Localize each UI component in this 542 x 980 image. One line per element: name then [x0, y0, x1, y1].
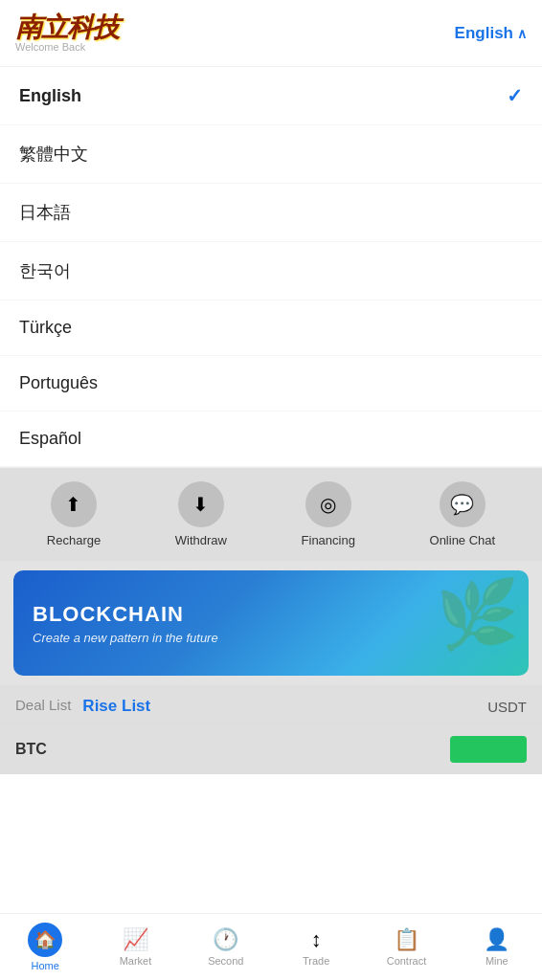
- welcome-text: Welcome Back: [15, 41, 119, 53]
- lang-option-turkish[interactable]: Türkçe: [0, 301, 542, 356]
- header: 南立科技 Welcome Back English ∧: [0, 0, 542, 67]
- tab-deal-list[interactable]: Deal List: [15, 697, 71, 716]
- financing-label: Financing: [302, 533, 355, 547]
- financing-icon: ◎: [305, 481, 351, 527]
- withdraw-action[interactable]: ⬇ Withdraw: [175, 481, 227, 547]
- nav-mine[interactable]: 👤 Mine: [452, 927, 542, 967]
- nav-second[interactable]: 🕐 Second: [181, 927, 271, 967]
- market-icon: 📈: [123, 927, 148, 952]
- financing-action[interactable]: ◎ Financing: [302, 481, 355, 547]
- lang-option-label: 繁體中文: [19, 143, 88, 166]
- logo-area: 南立科技 Welcome Back: [15, 14, 119, 53]
- nav-market[interactable]: 📈 Market: [90, 927, 180, 967]
- recharge-icon: ⬆: [51, 481, 97, 527]
- nav-market-label: Market: [120, 955, 152, 967]
- online-chat-label: Online Chat: [430, 533, 496, 547]
- quick-actions-bar: ⬆ Recharge ⬇ Withdraw ◎ Financing 💬 Onli…: [0, 468, 542, 561]
- lang-option-spanish[interactable]: Español: [0, 412, 542, 467]
- background-content: ⬆ Recharge ⬇ Withdraw ◎ Financing 💬 Onli…: [0, 468, 542, 774]
- recharge-action[interactable]: ⬆ Recharge: [47, 481, 101, 547]
- btc-price-bar: [450, 736, 527, 763]
- btc-row[interactable]: BTC: [0, 724, 542, 774]
- nav-trade-label: Trade: [303, 955, 329, 967]
- withdraw-icon: ⬇: [178, 481, 224, 527]
- lang-option-label: 日本語: [19, 201, 71, 224]
- tab-rise-list[interactable]: Rise List: [82, 697, 150, 716]
- checkmark-icon: ✓: [507, 84, 523, 107]
- lang-option-label: English: [19, 86, 81, 106]
- btc-label: BTC: [15, 741, 450, 758]
- trade-icon: ↕: [311, 927, 322, 952]
- home-icon: 🏠: [28, 923, 62, 957]
- contract-icon: 📋: [394, 927, 419, 952]
- chat-icon: 💬: [440, 481, 486, 527]
- recharge-label: Recharge: [47, 533, 101, 547]
- nav-contract[interactable]: 📋 Contract: [361, 927, 451, 967]
- bottom-navigation: 🏠 Home 📈 Market 🕐 Second ↕ Trade 📋 Contr…: [0, 913, 542, 980]
- nav-home-label: Home: [31, 960, 58, 971]
- language-selector-button[interactable]: English ∧: [455, 24, 527, 43]
- second-icon: 🕐: [213, 927, 238, 952]
- lang-option-english[interactable]: English ✓: [0, 67, 542, 125]
- list-tabs: Deal List Rise List: [15, 697, 150, 716]
- blockchain-banner: BLOCKCHAIN Create a new pattern in the f…: [13, 570, 529, 676]
- lang-option-label: Türkçe: [19, 318, 72, 338]
- nav-contract-label: Contract: [387, 955, 427, 967]
- lang-option-label: 한국어: [19, 259, 71, 282]
- language-dropdown: English ✓ 繁體中文 日本語 한국어 Türkçe Português …: [0, 67, 542, 468]
- online-chat-action[interactable]: 💬 Online Chat: [430, 481, 496, 547]
- currency-label: USDT: [487, 699, 527, 715]
- lang-option-label: Español: [19, 429, 81, 449]
- lang-option-traditional-chinese[interactable]: 繁體中文: [0, 125, 542, 184]
- lang-option-korean[interactable]: 한국어: [0, 242, 542, 301]
- lang-option-label: Português: [19, 373, 98, 393]
- nav-trade[interactable]: ↕ Trade: [271, 927, 361, 967]
- nav-second-label: Second: [208, 955, 243, 967]
- logo-text: 南立科技: [15, 12, 119, 42]
- mine-icon: 👤: [484, 927, 509, 952]
- deal-list-header: Deal List Rise List USDT: [0, 685, 542, 724]
- chevron-up-icon: ∧: [517, 26, 527, 41]
- lang-option-portuguese[interactable]: Português: [0, 356, 542, 412]
- banner-decoration: 🌿: [436, 575, 519, 654]
- nav-mine-label: Mine: [486, 955, 508, 967]
- lang-option-japanese[interactable]: 日本語: [0, 184, 542, 242]
- nav-home[interactable]: 🏠 Home: [0, 923, 90, 971]
- language-label: English: [455, 24, 513, 43]
- withdraw-label: Withdraw: [175, 533, 227, 547]
